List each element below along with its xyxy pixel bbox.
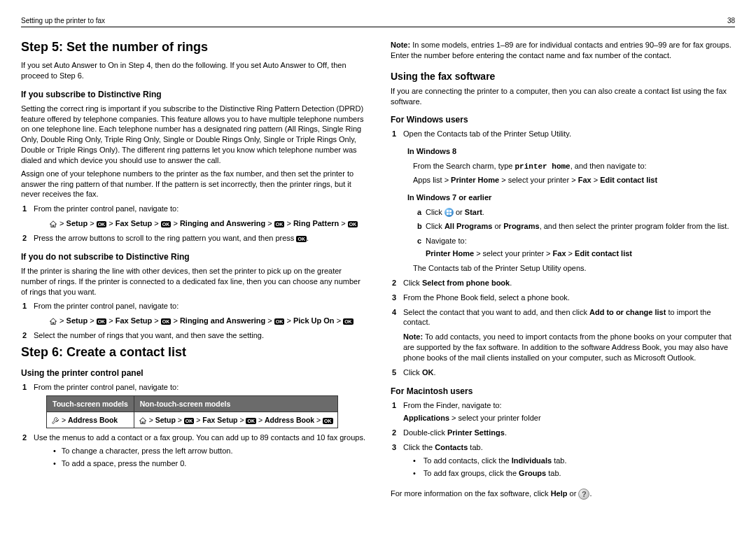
step6-heading: Step 6: Create a contact list [21, 345, 365, 360]
ok-icon: OK [348, 221, 358, 227]
text: . [505, 428, 507, 437]
no-distinctive-steps: 1From the printer control panel, navigat… [21, 301, 365, 341]
text: Click [426, 208, 444, 216]
text: , and then select the printer program fo… [540, 222, 729, 230]
path-seg: Fax Setup [115, 316, 153, 325]
distinctive-ring-steps: 1From the printer control panel, navigat… [21, 204, 365, 244]
ok-icon: OK [323, 418, 333, 424]
nav-path: > Setup > OK > Fax Setup > OK > Ringing … [49, 218, 365, 229]
content-columns: Step 5: Set the number of rings If you s… [21, 36, 735, 503]
path-seg: Setup [66, 316, 88, 325]
text: . [589, 489, 592, 498]
note-text: In some models, entries 1–89 are for ind… [391, 41, 732, 59]
text: To add contacts, click the [424, 456, 512, 465]
mac-heading: For Macintosh users [391, 386, 735, 396]
path-seg: Printer Home [426, 249, 474, 258]
no-distinctive-heading: If you do not subscribe to Distinctive R… [21, 252, 365, 262]
text: > [566, 249, 575, 258]
text: tab. [546, 469, 561, 477]
text: Double-click [403, 428, 447, 437]
text: Select the contact that you want to add,… [403, 308, 589, 316]
step-text: Select the number of rings that you want… [34, 331, 264, 339]
step-text: From the Phone Book field, select a phon… [403, 293, 570, 302]
ok-icon: OK [97, 318, 107, 325]
ok-icon: OK [343, 318, 354, 325]
win8-line1: From the Search charm, type printer home… [413, 161, 735, 172]
text: Click [403, 368, 422, 377]
step-text: From the printer control panel, navigate… [34, 302, 178, 310]
list-item: 2 Double-click Printer Settings. [391, 428, 735, 438]
bold-text: Programs [503, 222, 539, 230]
bullet-item: To add fax groups, click the Groups tab. [413, 468, 735, 479]
path-seg: Applications [403, 414, 449, 422]
wrench-icon [51, 416, 59, 425]
step-text: From the printer control panel, navigate… [34, 383, 178, 391]
code-text: printer home [515, 162, 570, 171]
win8-line2: Apps list > Printer Home > select your p… [413, 175, 735, 185]
path-seg: Fax Setup [202, 416, 237, 424]
step-text: . [307, 234, 309, 242]
bold-text: Printer Settings [447, 428, 505, 437]
control-panel-heading: Using the printer control panel [21, 368, 365, 378]
step5-intro: If you set Auto Answer to On in Step 4, … [21, 60, 365, 81]
nav-path: > Setup > OK > Fax Setup > OK > Ringing … [49, 316, 365, 326]
text: or [454, 208, 465, 216]
text: Navigate to: [426, 237, 467, 245]
table-cell: > Setup > OK > Fax Setup > OK > Address … [134, 412, 337, 428]
path-seg: Fax [578, 176, 592, 184]
list-item: 2 Press the arrow buttons to scroll to t… [21, 233, 365, 244]
list-item: a Click or Start. [413, 207, 735, 218]
ok-icon: OK [97, 221, 107, 227]
win8-heading: In Windows 8 [407, 146, 735, 157]
text: From the Search charm, type [413, 162, 515, 170]
page-header: Setting up the printer to fax 38 [21, 17, 735, 27]
text: tab. [468, 443, 482, 451]
list-item: c Navigate to: Printer Home > select you… [413, 236, 735, 259]
bold-text: OK [422, 368, 434, 377]
ok-icon: OK [274, 318, 285, 325]
note-label: Note: [403, 332, 423, 341]
text: . [510, 279, 512, 287]
list-item: 3From the Phone Book field, select a pho… [391, 293, 735, 303]
text: > select your printer folder [449, 414, 541, 422]
path-seg: Pick Up On [293, 316, 335, 325]
step-text: Use the menus to add a contact or a fax … [34, 433, 365, 442]
left-column: Step 5: Set the number of rings If you s… [21, 36, 365, 503]
bullet-item: To add contacts, click the Individuals t… [413, 456, 735, 466]
list-item: 1From the printer control panel, navigat… [21, 301, 365, 326]
list-item: 3 Click the Contacts tab. To add contact… [391, 442, 735, 479]
list-item: 2Select the number of rings that you wan… [21, 330, 365, 341]
list-item: 1From the printer control panel, navigat… [21, 204, 365, 229]
tips-list: To change a character, press the left ar… [53, 446, 365, 469]
note-block: Note: In some models, entries 1–89 are f… [391, 40, 735, 61]
note-label: Note: [391, 41, 410, 49]
bullet-item: To change a character, press the left ar… [53, 446, 365, 456]
note-block: Note: To add contacts, you need to impor… [403, 332, 735, 363]
step-text: Press the arrow buttons to scroll to the… [34, 234, 296, 242]
text: or [492, 222, 503, 230]
windows-steps: 1Open the Contacts tab of the Printer Se… [391, 129, 735, 377]
text: > select your printer > [474, 249, 553, 258]
table-header: Touch-screen models [47, 395, 134, 412]
win7-heading: In Windows 7 or earlier [407, 192, 735, 203]
path-seg: Fax [553, 249, 566, 258]
text: Click [403, 279, 422, 287]
header-title: Setting up the printer to fax [21, 17, 105, 24]
table-header: Non-touch-screen models [134, 395, 337, 412]
note-text: To add contacts, you need to import cont… [403, 332, 732, 362]
text: Apps list > [413, 176, 451, 184]
ok-icon: OK [161, 221, 172, 227]
bold-text: Select from phone book [422, 279, 510, 287]
list-item: 1From the Finder, navigate to: Applicati… [391, 400, 735, 424]
help-icon: ? [578, 489, 589, 500]
list-item: 1Open the Contacts tab of the Printer Se… [391, 129, 735, 273]
home-icon [139, 417, 147, 425]
distinctive-ring-heading: If you subscribe to Distinctive Ring [21, 90, 365, 99]
fax-software-heading: Using the fax software [391, 71, 735, 82]
fax-software-intro: If you are connecting the printer to a c… [391, 86, 735, 107]
path-seg: Ringing and Answering [180, 219, 265, 227]
text: . [433, 368, 435, 377]
ok-icon: OK [274, 221, 285, 227]
text: or [568, 489, 579, 498]
path-seg: Setup [66, 219, 88, 227]
